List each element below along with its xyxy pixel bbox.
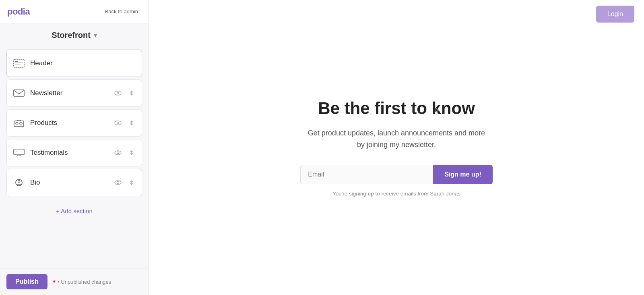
sign-me-up-button[interactable]: Sign me up! bbox=[433, 165, 493, 184]
login-button[interactable]: Login bbox=[596, 6, 634, 23]
svg-point-6 bbox=[117, 92, 119, 94]
bio-reorder-button[interactable] bbox=[127, 179, 136, 186]
newsletter-disclaimer: You're signing up to receive emails from… bbox=[276, 191, 517, 197]
svg-rect-1 bbox=[15, 61, 18, 62]
sidebar-item-testimonials-label: Testimonials bbox=[30, 149, 113, 157]
chevron-down-icon: ▾ bbox=[94, 31, 97, 39]
storefront-label: Storefront bbox=[52, 31, 91, 40]
svg-point-15 bbox=[115, 151, 121, 155]
sidebar-item-products-label: Products bbox=[30, 119, 113, 127]
newsletter-preview-title: Be the first to know bbox=[276, 98, 517, 118]
newsletter-subtitle-line2: by joining my newsletter. bbox=[357, 141, 436, 149]
header-icon bbox=[12, 59, 25, 68]
sidebar-item-newsletter-label: Newsletter bbox=[30, 89, 113, 97]
newsletter-preview-section: Be the first to know Get product updates… bbox=[276, 98, 517, 197]
svg-rect-0 bbox=[14, 59, 24, 67]
main-content-area: Login Be the first to know Get product u… bbox=[149, 0, 644, 295]
sidebar-item-testimonials[interactable]: " " Testimonials bbox=[6, 139, 142, 166]
testimonials-icon: " " bbox=[12, 148, 25, 157]
svg-text:": " bbox=[16, 150, 17, 154]
sidebar-topbar: podia Back to admin bbox=[0, 0, 149, 23]
podia-logo: podia bbox=[7, 6, 30, 17]
newsletter-form: Sign me up! bbox=[276, 165, 517, 184]
bio-actions bbox=[113, 179, 136, 186]
svg-point-10 bbox=[115, 121, 121, 125]
svg-point-16 bbox=[117, 152, 119, 154]
sidebar: podia Back to admin Storefront ▾ Header bbox=[0, 0, 149, 295]
sidebar-footer: Publish • • Unpublished changes bbox=[0, 268, 149, 295]
unpublished-dot: • bbox=[53, 278, 56, 285]
main-preview: Be the first to know Get product updates… bbox=[149, 0, 644, 295]
unpublished-changes-label: • • Unpublished changes bbox=[53, 278, 111, 285]
sidebar-sections: Header Newsletter bbox=[0, 46, 149, 268]
svg-point-18 bbox=[18, 181, 20, 183]
storefront-dropdown[interactable]: Storefront ▾ bbox=[0, 23, 149, 46]
sidebar-item-header-label: Header bbox=[30, 59, 136, 67]
newsletter-visibility-button[interactable] bbox=[113, 89, 123, 97]
publish-button[interactable]: Publish bbox=[6, 274, 47, 289]
svg-point-19 bbox=[115, 181, 121, 185]
sidebar-item-header[interactable]: Header bbox=[6, 50, 142, 77]
svg-text:": " bbox=[21, 150, 22, 154]
svg-point-20 bbox=[117, 182, 119, 184]
testimonials-visibility-button[interactable] bbox=[113, 149, 123, 156]
svg-point-11 bbox=[117, 122, 119, 124]
newsletter-subtitle-line1: Get product updates, launch announcement… bbox=[308, 129, 485, 137]
newsletter-preview-subtitle: Get product updates, launch announcement… bbox=[276, 127, 517, 151]
svg-rect-2 bbox=[15, 62, 23, 63]
back-to-admin-button[interactable]: Back to admin bbox=[102, 7, 141, 16]
products-visibility-button[interactable] bbox=[113, 119, 123, 127]
email-input[interactable] bbox=[300, 165, 433, 184]
testimonials-reorder-button[interactable] bbox=[127, 149, 136, 156]
svg-rect-8 bbox=[16, 123, 18, 124]
bio-visibility-button[interactable] bbox=[113, 179, 123, 186]
sidebar-item-bio-label: Bio bbox=[30, 179, 113, 187]
products-actions bbox=[113, 119, 136, 127]
sidebar-item-newsletter[interactable]: Newsletter bbox=[6, 79, 142, 107]
products-reorder-button[interactable] bbox=[127, 119, 136, 127]
svg-rect-3 bbox=[15, 64, 21, 65]
testimonials-actions bbox=[113, 149, 136, 156]
add-section-button[interactable]: + Add section bbox=[6, 199, 142, 223]
newsletter-icon bbox=[12, 89, 25, 98]
svg-rect-4 bbox=[14, 90, 24, 96]
products-icon bbox=[12, 118, 25, 127]
newsletter-actions bbox=[113, 89, 136, 97]
sidebar-item-products[interactable]: Products bbox=[6, 109, 142, 137]
sidebar-item-bio[interactable]: Bio bbox=[6, 169, 142, 196]
newsletter-reorder-button[interactable] bbox=[127, 89, 136, 97]
unpublished-text: • Unpublished changes bbox=[58, 279, 111, 285]
main-topbar: Login bbox=[586, 0, 644, 28]
bio-icon bbox=[12, 178, 25, 187]
svg-rect-9 bbox=[20, 123, 22, 124]
svg-rect-12 bbox=[14, 149, 24, 155]
svg-point-5 bbox=[115, 91, 121, 95]
